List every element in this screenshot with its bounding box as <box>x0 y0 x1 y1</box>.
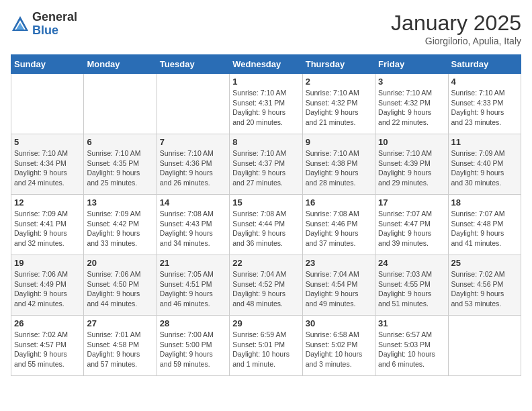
day-info: Sunrise: 7:02 AM Sunset: 4:57 PM Dayligh… <box>14 330 81 369</box>
day-number: 3 <box>378 77 445 87</box>
day-info: Sunrise: 7:08 AM Sunset: 4:44 PM Dayligh… <box>232 209 299 248</box>
day-number: 25 <box>451 258 518 268</box>
logo-text: General Blue <box>32 11 77 38</box>
weekday-header-saturday: Saturday <box>448 55 521 74</box>
calendar-cell <box>84 74 157 134</box>
day-number: 11 <box>451 137 518 147</box>
calendar-cell: 2Sunrise: 7:10 AM Sunset: 4:32 PM Daylig… <box>302 74 375 134</box>
weekday-header-thursday: Thursday <box>302 55 375 74</box>
calendar-cell: 22Sunrise: 7:04 AM Sunset: 4:52 PM Dayli… <box>230 255 302 316</box>
calendar-cell <box>157 74 229 134</box>
day-number: 1 <box>232 77 299 87</box>
calendar-cell: 23Sunrise: 7:04 AM Sunset: 4:54 PM Dayli… <box>302 255 375 316</box>
logo-blue: Blue <box>32 24 77 38</box>
calendar-cell: 29Sunrise: 6:59 AM Sunset: 5:01 PM Dayli… <box>230 316 302 376</box>
day-number: 13 <box>87 197 153 208</box>
day-number: 23 <box>306 258 372 268</box>
calendar-cell: 6Sunrise: 7:10 AM Sunset: 4:35 PM Daylig… <box>84 134 157 195</box>
day-number: 8 <box>232 137 299 147</box>
calendar-cell: 14Sunrise: 7:08 AM Sunset: 4:43 PM Dayli… <box>157 195 229 255</box>
week-row-1: 5Sunrise: 7:10 AM Sunset: 4:34 PM Daylig… <box>11 134 521 195</box>
calendar-cell: 19Sunrise: 7:06 AM Sunset: 4:49 PM Dayli… <box>11 255 84 316</box>
day-number: 27 <box>87 318 153 328</box>
calendar-cell: 28Sunrise: 7:00 AM Sunset: 5:00 PM Dayli… <box>157 316 229 376</box>
day-number: 14 <box>160 197 226 208</box>
day-number: 9 <box>306 137 372 147</box>
weekday-header-friday: Friday <box>375 55 448 74</box>
calendar-cell: 5Sunrise: 7:10 AM Sunset: 4:34 PM Daylig… <box>11 134 84 195</box>
day-info: Sunrise: 7:07 AM Sunset: 4:47 PM Dayligh… <box>378 209 445 248</box>
calendar-cell: 20Sunrise: 7:06 AM Sunset: 4:50 PM Dayli… <box>84 255 157 316</box>
day-number: 26 <box>14 318 81 328</box>
location-subtitle: Giorgilorio, Apulia, Italy <box>391 36 521 46</box>
day-number: 12 <box>14 197 81 208</box>
day-info: Sunrise: 7:07 AM Sunset: 4:48 PM Dayligh… <box>451 209 518 248</box>
day-info: Sunrise: 7:10 AM Sunset: 4:32 PM Dayligh… <box>378 88 445 128</box>
day-info: Sunrise: 6:59 AM Sunset: 5:01 PM Dayligh… <box>232 330 299 369</box>
week-row-3: 19Sunrise: 7:06 AM Sunset: 4:49 PM Dayli… <box>11 255 521 316</box>
calendar-cell: 11Sunrise: 7:09 AM Sunset: 4:40 PM Dayli… <box>448 134 521 195</box>
calendar-cell: 9Sunrise: 7:10 AM Sunset: 4:38 PM Daylig… <box>302 134 375 195</box>
week-row-4: 26Sunrise: 7:02 AM Sunset: 4:57 PM Dayli… <box>11 316 521 376</box>
day-info: Sunrise: 7:04 AM Sunset: 4:54 PM Dayligh… <box>306 269 372 309</box>
calendar-cell: 1Sunrise: 7:10 AM Sunset: 4:31 PM Daylig… <box>230 74 302 134</box>
calendar-cell: 10Sunrise: 7:10 AM Sunset: 4:39 PM Dayli… <box>375 134 448 195</box>
weekday-header-wednesday: Wednesday <box>230 55 302 74</box>
day-info: Sunrise: 7:01 AM Sunset: 4:58 PM Dayligh… <box>87 330 153 369</box>
day-info: Sunrise: 7:00 AM Sunset: 5:00 PM Dayligh… <box>160 330 226 369</box>
day-info: Sunrise: 7:06 AM Sunset: 4:49 PM Dayligh… <box>14 269 81 309</box>
logo-icon <box>11 15 30 34</box>
day-info: Sunrise: 7:10 AM Sunset: 4:38 PM Dayligh… <box>306 148 372 188</box>
day-number: 20 <box>87 258 153 268</box>
day-number: 29 <box>232 318 299 328</box>
day-number: 16 <box>306 197 372 208</box>
day-number: 30 <box>306 318 372 328</box>
calendar-cell <box>448 316 521 376</box>
calendar-cell: 7Sunrise: 7:10 AM Sunset: 4:36 PM Daylig… <box>157 134 229 195</box>
day-info: Sunrise: 7:02 AM Sunset: 4:56 PM Dayligh… <box>451 269 518 309</box>
calendar-cell: 13Sunrise: 7:09 AM Sunset: 4:42 PM Dayli… <box>84 195 157 255</box>
calendar-cell: 25Sunrise: 7:02 AM Sunset: 4:56 PM Dayli… <box>448 255 521 316</box>
calendar-cell: 18Sunrise: 7:07 AM Sunset: 4:48 PM Dayli… <box>448 195 521 255</box>
day-number: 24 <box>378 258 445 268</box>
calendar-cell: 17Sunrise: 7:07 AM Sunset: 4:47 PM Dayli… <box>375 195 448 255</box>
calendar-cell: 3Sunrise: 7:10 AM Sunset: 4:32 PM Daylig… <box>375 74 448 134</box>
day-info: Sunrise: 7:10 AM Sunset: 4:31 PM Dayligh… <box>232 88 299 128</box>
day-number: 4 <box>451 77 518 87</box>
day-number: 31 <box>378 318 445 328</box>
calendar-header: SundayMondayTuesdayWednesdayThursdayFrid… <box>11 55 521 74</box>
day-number: 5 <box>14 137 81 147</box>
day-number: 21 <box>160 258 226 268</box>
day-number: 15 <box>232 197 299 208</box>
calendar-cell: 27Sunrise: 7:01 AM Sunset: 4:58 PM Dayli… <box>84 316 157 376</box>
day-number: 19 <box>14 258 81 268</box>
calendar-table: SundayMondayTuesdayWednesdayThursdayFrid… <box>11 54 521 376</box>
week-row-0: 1Sunrise: 7:10 AM Sunset: 4:31 PM Daylig… <box>11 74 521 134</box>
day-info: Sunrise: 7:10 AM Sunset: 4:37 PM Dayligh… <box>232 148 299 188</box>
day-info: Sunrise: 6:57 AM Sunset: 5:03 PM Dayligh… <box>378 330 445 369</box>
weekday-row: SundayMondayTuesdayWednesdayThursdayFrid… <box>11 55 521 74</box>
month-title: January 2025 <box>391 11 521 36</box>
day-info: Sunrise: 7:05 AM Sunset: 4:51 PM Dayligh… <box>160 269 226 309</box>
day-info: Sunrise: 7:03 AM Sunset: 4:55 PM Dayligh… <box>378 269 445 309</box>
day-info: Sunrise: 7:08 AM Sunset: 4:46 PM Dayligh… <box>306 209 372 248</box>
day-info: Sunrise: 7:04 AM Sunset: 4:52 PM Dayligh… <box>232 269 299 309</box>
logo-general: General <box>32 11 77 24</box>
day-number: 17 <box>378 197 445 208</box>
day-info: Sunrise: 7:09 AM Sunset: 4:41 PM Dayligh… <box>14 209 81 248</box>
day-number: 18 <box>451 197 518 208</box>
title-block: January 2025 Giorgilorio, Apulia, Italy <box>391 11 521 46</box>
day-number: 7 <box>160 137 226 147</box>
day-info: Sunrise: 7:08 AM Sunset: 4:43 PM Dayligh… <box>160 209 226 248</box>
calendar-cell: 12Sunrise: 7:09 AM Sunset: 4:41 PM Dayli… <box>11 195 84 255</box>
day-info: Sunrise: 7:10 AM Sunset: 4:33 PM Dayligh… <box>451 88 518 128</box>
weekday-header-tuesday: Tuesday <box>157 55 229 74</box>
day-info: Sunrise: 7:10 AM Sunset: 4:32 PM Dayligh… <box>306 88 372 128</box>
day-number: 6 <box>87 137 153 147</box>
calendar-cell: 26Sunrise: 7:02 AM Sunset: 4:57 PM Dayli… <box>11 316 84 376</box>
calendar-cell: 24Sunrise: 7:03 AM Sunset: 4:55 PM Dayli… <box>375 255 448 316</box>
calendar-cell: 16Sunrise: 7:08 AM Sunset: 4:46 PM Dayli… <box>302 195 375 255</box>
calendar-body: 1Sunrise: 7:10 AM Sunset: 4:31 PM Daylig… <box>11 74 521 376</box>
week-row-2: 12Sunrise: 7:09 AM Sunset: 4:41 PM Dayli… <box>11 195 521 255</box>
calendar-cell: 15Sunrise: 7:08 AM Sunset: 4:44 PM Dayli… <box>230 195 302 255</box>
